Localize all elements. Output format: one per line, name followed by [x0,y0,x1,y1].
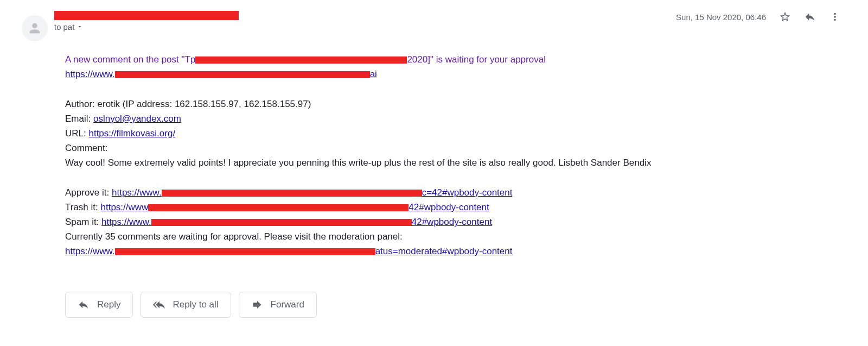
spam-suffix: 42#wpbody-content [412,217,492,227]
trash-link[interactable]: https://www42#wpbody-content [101,202,489,212]
recipient-prefix: to [54,22,61,32]
link1-prefix: https://www. [65,69,115,79]
redacted-trash [148,204,409,211]
person-icon [27,21,42,36]
reply-icon [804,11,816,23]
forward-button[interactable]: Forward [239,292,317,318]
reply-label: Reply [97,299,120,310]
trash-line: Trash it: https://www42#wpbody-content [65,200,825,215]
trash-suffix: 42#wpbody-content [409,202,489,212]
approve-link[interactable]: https://www.c=42#wpbody-content [112,187,512,198]
recipient-row[interactable]: to pat [54,22,676,32]
avatar[interactable] [22,15,48,41]
forward-icon [251,299,263,311]
comment-label: Comment: [65,141,825,155]
star-button[interactable] [779,11,791,23]
intro-mid: p [190,54,195,65]
action-bar: Reply Reply to all Forward [65,292,857,318]
trash-label: Trash it: [65,202,101,212]
url-label: URL: [65,128,88,139]
email-label: Email: [65,114,93,124]
post-link[interactable]: https://www.ai [65,69,377,79]
author-line: Author: erotik (IP address: 162.158.155.… [65,97,825,111]
redacted-approve [162,190,422,197]
email-line: Email: oslnyol@yandex.com [65,111,825,126]
more-button[interactable] [829,11,841,23]
link1-suffix: ai [370,69,377,79]
recipient-name: pat [63,22,75,32]
avatar-column [11,11,54,41]
moderation-link[interactable]: https://www.atus=moderated#wpbody-conten… [65,246,512,256]
timestamp: Sun, 15 Nov 2020, 06:46 [676,12,766,22]
chevron-down-icon [76,22,83,32]
pending-line: Currently 35 comments are waiting for ap… [65,229,825,244]
star-icon [779,11,791,23]
redacted-spam [151,219,412,226]
approve-prefix: https://www. [112,187,162,198]
reply-all-icon [153,299,165,311]
moderation-link-line: https://www.atus=moderated#wpbody-conten… [65,244,825,259]
approve-suffix: c=42#wpbody-content [422,187,513,198]
spam-line: Spam it: https://www.42#wpbody-content [65,215,825,229]
trash-prefix: https://www [101,202,149,212]
redacted-mod [115,248,375,255]
spam-prefix: https://www. [101,217,151,227]
spam-label: Spam it: [65,217,101,227]
email-link[interactable]: oslnyol@yandex.com [93,114,181,124]
redacted-url-1 [115,71,370,78]
sender-row [54,11,676,20]
intro-fragment: 2020]" is waiting for your approval [407,54,546,65]
url-line: URL: https://filmkovasi.org/ [65,126,825,141]
url-link[interactable]: https://filmkovasi.org/ [88,128,175,139]
more-vert-icon [829,11,841,23]
email-body: A new comment on the post "Tp2020]" is w… [65,52,825,259]
reply-icon [78,299,90,311]
reply-all-button[interactable]: Reply to all [141,292,231,318]
post-link-line: https://www.ai [65,67,825,81]
comment-text: Way cool! Some extremely valid points! I… [65,155,825,170]
reply-all-label: Reply to all [173,299,218,310]
spam-link[interactable]: https://www.42#wpbody-content [101,217,492,227]
approve-line: Approve it: https://www.c=42#wpbody-cont… [65,185,825,200]
intro-line: A new comment on the post "Tp2020]" is w… [65,52,825,67]
intro-prefix: A new comment on the post "T [65,54,190,65]
reply-button[interactable]: Reply [65,292,133,318]
redacted-title [195,56,407,64]
mod-prefix: https://www. [65,246,115,256]
forward-label: Forward [271,299,304,310]
reply-icon-button[interactable] [804,11,816,23]
mod-suffix: atus=moderated#wpbody-content [375,246,513,256]
approve-label: Approve it: [65,187,112,198]
redacted-sender [54,11,239,20]
